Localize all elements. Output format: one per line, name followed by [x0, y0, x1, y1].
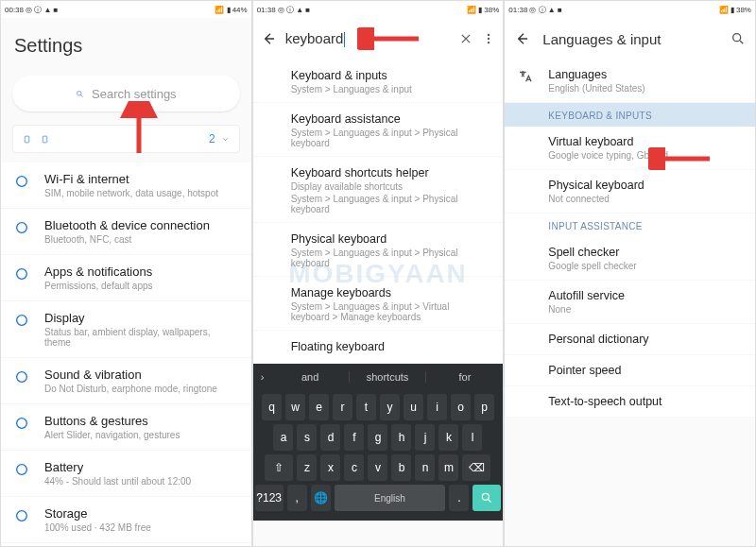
setting-row[interactable]: Virtual keyboardGoogle voice typing, Gbo… — [505, 127, 755, 170]
settings-item[interactable]: Battery 44% - Should last until about 12… — [1, 451, 251, 497]
search-result[interactable]: Keyboard & inputsSystem > Languages & in… — [253, 60, 504, 103]
svg-point-14 — [488, 38, 490, 40]
svg-point-7 — [17, 372, 27, 383]
settings-item[interactable]: Buttons & gestures Alert Slider, navigat… — [1, 404, 251, 451]
result-title: Keyboard assistance — [291, 112, 490, 126]
page-title: Settings — [1, 18, 251, 70]
setting-row[interactable]: Text-to-speech output — [505, 386, 755, 418]
languages-row[interactable]: Languages English (United States) — [505, 60, 755, 103]
keyboard-key[interactable]: b — [391, 454, 411, 481]
item-subtitle: Alert Slider, navigation, gestures — [44, 430, 238, 440]
keyboard-key[interactable]: e — [309, 394, 329, 420]
settings-item[interactable]: Wi-Fi & internet SIM, mobile network, da… — [1, 162, 251, 209]
row-subtitle: English (United States) — [548, 83, 742, 94]
section-header-keyboard-inputs: Keyboard & inputs — [505, 103, 755, 127]
display-icon — [14, 313, 29, 328]
search-placeholder: Search settings — [92, 87, 177, 101]
clear-icon[interactable] — [459, 32, 472, 45]
keyboard-key[interactable]: n — [415, 454, 435, 481]
sim-row[interactable]: 2 — [12, 125, 240, 153]
keyboard-key[interactable]: y — [380, 394, 400, 420]
search-icon[interactable] — [730, 31, 746, 46]
keyboard-key[interactable]: p — [474, 394, 494, 420]
page-title: Languages & input — [542, 31, 717, 47]
keyboard-key[interactable]: l — [462, 424, 482, 451]
keyboard-key[interactable]: v — [368, 454, 387, 481]
settings-item[interactable]: Apps & notifications Permissions, defaul… — [1, 255, 251, 301]
setting-row[interactable]: Physical keyboardNot connected — [505, 170, 755, 214]
sim-count: 2 — [209, 132, 215, 145]
keyboard-key[interactable]: c — [344, 454, 364, 481]
keyboard-key[interactable]: x — [320, 454, 340, 481]
item-title: Battery — [44, 460, 238, 474]
item-title: Buttons & gestures — [44, 414, 238, 428]
settings-item[interactable]: Storage 100% used · 432 MB free — [1, 497, 251, 543]
section-header-input-assistance: Input assistance — [505, 214, 755, 237]
battery-icon — [14, 462, 29, 477]
svg-point-0 — [77, 91, 82, 95]
keyboard-key[interactable]: , — [287, 485, 307, 511]
keyboard-key[interactable]: f — [344, 424, 364, 451]
item-subtitle: 100% used · 432 MB free — [44, 522, 238, 533]
keyboard-globe-key[interactable]: 🌐 — [311, 485, 331, 511]
keyboard-key[interactable]: ⌫ — [462, 454, 490, 481]
search-result[interactable]: Keyboard assistanceSystem > Languages & … — [253, 103, 504, 157]
keyboard-key[interactable]: a — [273, 424, 293, 451]
search-settings-field[interactable]: Search settings — [12, 76, 240, 111]
svg-point-18 — [733, 34, 741, 42]
keyboard-key[interactable]: q — [262, 394, 282, 420]
setting-row[interactable]: Pointer speed — [505, 355, 755, 386]
gestures-icon — [14, 416, 29, 431]
keyboard-key[interactable]: u — [404, 394, 423, 420]
keyboard-key[interactable]: t — [356, 394, 376, 420]
item-title: Apps & notifications — [44, 265, 238, 279]
setting-row[interactable]: Autofill serviceNone — [505, 281, 755, 324]
keyboard-key[interactable]: r — [333, 394, 352, 420]
status-bar: 00:38 ◎ ⓘ ▲ ■ 📶 ▮44% — [1, 1, 251, 18]
search-result[interactable]: Floating keyboard — [253, 331, 504, 364]
item-title: Storage — [44, 506, 238, 521]
keyboard-key[interactable]: . — [449, 485, 469, 511]
row-subtitle: None — [548, 304, 742, 315]
settings-item[interactable]: Bluetooth & device connection Bluetooth,… — [1, 209, 251, 255]
overflow-menu-icon[interactable] — [482, 32, 495, 45]
result-title: Floating keyboard — [291, 340, 490, 353]
setting-row[interactable]: Spell checkerGoogle spell checker — [505, 237, 755, 281]
keyboard-key[interactable]: s — [297, 424, 317, 451]
keyboard-symbols-key[interactable]: ?123 — [255, 485, 284, 511]
wifi-icon — [14, 174, 29, 189]
keyboard-key[interactable]: z — [297, 454, 317, 481]
settings-item[interactable]: Display Status bar, ambient display, wal… — [1, 301, 251, 358]
keyboard-key[interactable]: j — [415, 424, 435, 451]
status-battery: 38% — [736, 6, 751, 14]
keyboard-suggestion-row: › and shortcuts for — [253, 364, 504, 390]
item-title: Bluetooth & device connection — [44, 218, 238, 232]
status-bar: 01:38 ◎ ⓘ ▲ ■ 📶 ▮38% — [505, 1, 755, 18]
svg-point-3 — [17, 177, 27, 187]
keyboard-key[interactable]: k — [438, 424, 458, 451]
suggestion[interactable]: for — [426, 371, 503, 383]
row-title: Languages — [548, 68, 742, 81]
keyboard-key[interactable]: h — [391, 424, 411, 451]
setting-row[interactable]: Personal dictionary — [505, 324, 755, 355]
settings-item[interactable]: Security & lock screen — [1, 543, 251, 547]
suggestion[interactable]: shortcuts — [350, 371, 427, 383]
search-result[interactable]: Keyboard shortcuts helperDisplay availab… — [253, 157, 504, 223]
keyboard-key[interactable]: m — [438, 454, 458, 481]
keyboard-key[interactable]: o — [451, 394, 471, 420]
settings-item[interactable]: Sound & vibration Do Not Disturb, earpho… — [1, 358, 251, 404]
suggestion[interactable]: and — [272, 371, 350, 383]
search-query-input[interactable]: keyboard — [285, 30, 451, 47]
back-icon[interactable] — [261, 31, 276, 46]
keyboard-key[interactable]: d — [320, 424, 340, 451]
translate-icon — [518, 69, 533, 84]
keyboard-search-key[interactable] — [472, 485, 501, 511]
keyboard-spacebar[interactable]: English — [335, 485, 446, 511]
keyboard-key[interactable]: w — [285, 394, 305, 420]
keyboard-key[interactable]: g — [368, 424, 387, 451]
item-title: Sound & vibration — [44, 368, 238, 382]
keyboard-key[interactable]: ⇧ — [265, 454, 293, 481]
back-icon[interactable] — [514, 31, 529, 46]
chevron-right-icon[interactable]: › — [253, 371, 272, 383]
keyboard-key[interactable]: i — [427, 394, 447, 420]
